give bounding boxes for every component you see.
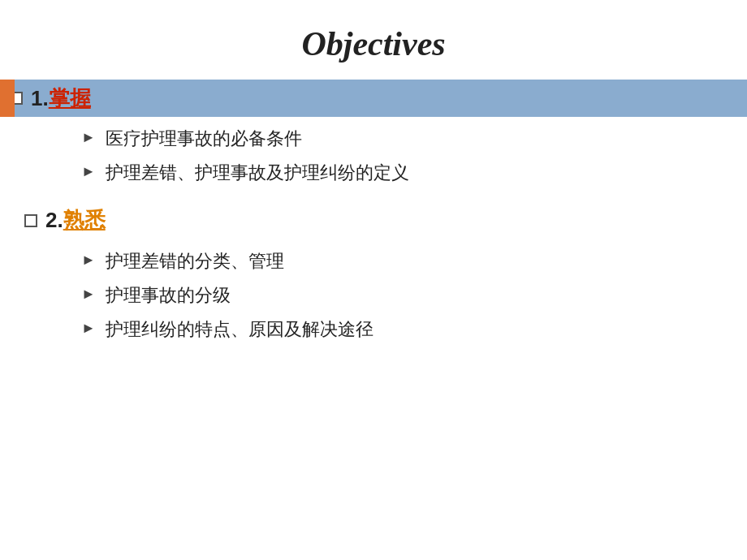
section2-bullet-2: 护理事故的分级 <box>106 283 231 308</box>
title-area: Objectives <box>0 0 747 80</box>
section2-bullet-1: 护理差错的分类、管理 <box>106 249 284 274</box>
section2-bullet-3: 护理纠纷的特点、原因及解决途径 <box>106 317 374 342</box>
section2-checkbox <box>24 214 37 227</box>
section1-bullets: ► 医疗护理事故的必备条件 ► 护理差错、护理事故及护理纠纷的定义 <box>81 127 698 185</box>
list-item: ► 护理事故的分级 <box>81 283 698 308</box>
list-item: ► 医疗护理事故的必备条件 <box>81 127 698 151</box>
section1-label: 1. <box>31 86 49 110</box>
section1-bullet-1: 医疗护理事故的必备条件 <box>106 127 302 151</box>
section1-header: 1.掌握 <box>0 80 747 117</box>
bullet-arrow-icon: ► <box>81 163 96 180</box>
section1-title: 1.掌握 <box>31 84 91 113</box>
section2-wrapper: 2.熟悉 <box>0 201 747 239</box>
list-item: ► 护理差错、护理事故及护理纠纷的定义 <box>81 161 698 185</box>
list-item: ► 护理差错的分类、管理 <box>81 249 698 274</box>
bullet-arrow-icon: ► <box>81 320 96 337</box>
bullet-arrow-icon: ► <box>81 252 96 269</box>
slide-container: Objectives 1.掌握 ► 医疗护理事故的必备条件 ► 护理差错、护理事… <box>0 0 747 560</box>
section2-header: 2.熟悉 <box>0 201 747 239</box>
section1-keyword: 掌握 <box>49 86 91 110</box>
section2-title: 2.熟悉 <box>45 206 106 235</box>
list-item: ► 护理纠纷的特点、原因及解决途径 <box>81 317 698 342</box>
section2-keyword: 熟悉 <box>63 208 106 232</box>
section1-checkbox <box>10 92 23 105</box>
section2-content: ► 护理差错的分类、管理 ► 护理事故的分级 ► 护理纠纷的特点、原因及解决途径 <box>0 249 747 342</box>
section2-bullets: ► 护理差错的分类、管理 ► 护理事故的分级 ► 护理纠纷的特点、原因及解决途径 <box>81 249 698 342</box>
section1-bullet-2: 护理差错、护理事故及护理纠纷的定义 <box>106 161 409 185</box>
bullet-arrow-icon: ► <box>81 286 96 303</box>
bullet-arrow-icon: ► <box>81 129 96 146</box>
page-title: Objectives <box>301 25 445 62</box>
section2-label: 2. <box>45 208 63 232</box>
section1-content: ► 医疗护理事故的必备条件 ► 护理差错、护理事故及护理纠纷的定义 <box>0 127 747 185</box>
